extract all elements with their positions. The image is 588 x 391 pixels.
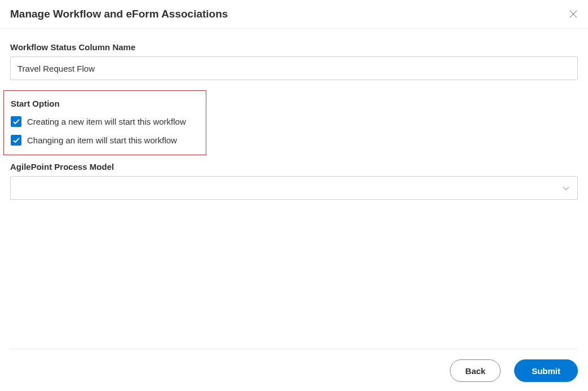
submit-button[interactable]: Submit xyxy=(514,359,578,382)
dialog-footer: Back Submit xyxy=(10,349,578,391)
back-button[interactable]: Back xyxy=(450,359,501,382)
dialog-header: Manage Workflow and eForm Associations xyxy=(0,0,588,29)
workflow-status-column-section: Workflow Status Column Name xyxy=(10,42,578,80)
close-icon[interactable] xyxy=(569,10,578,19)
checkbox-create-item-label: Creating a new item will start this work… xyxy=(27,117,186,126)
checkbox-change-item[interactable] xyxy=(11,135,21,146)
dialog-title: Manage Workflow and eForm Associations xyxy=(10,8,228,20)
checkbox-change-item-label: Changing an item will start this workflo… xyxy=(27,135,177,145)
start-option-section: Start Option Creating a new item will st… xyxy=(3,90,206,155)
workflow-status-column-input[interactable] xyxy=(10,56,578,80)
start-option-change-row: Changing an item will start this workflo… xyxy=(11,135,199,146)
start-option-label: Start Option xyxy=(11,99,199,108)
start-option-create-row: Creating a new item will start this work… xyxy=(11,116,199,127)
checkbox-create-item[interactable] xyxy=(11,116,21,127)
process-model-select[interactable] xyxy=(10,176,578,200)
chevron-down-icon xyxy=(563,183,569,193)
process-model-section: AgilePoint Process Model xyxy=(10,162,578,200)
dialog-body: Workflow Status Column Name Start Option… xyxy=(0,29,588,200)
workflow-status-column-label: Workflow Status Column Name xyxy=(10,42,578,52)
process-model-label: AgilePoint Process Model xyxy=(10,162,578,172)
